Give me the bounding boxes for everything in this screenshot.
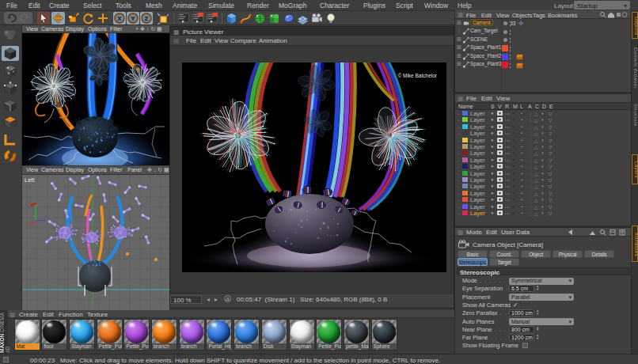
svg-text:X: X	[117, 15, 122, 22]
svg-text:Z: Z	[145, 15, 149, 22]
svg-text:© Mike Batchelor: © Mike Batchelor	[397, 73, 437, 78]
svg-text:Y: Y	[131, 15, 135, 22]
